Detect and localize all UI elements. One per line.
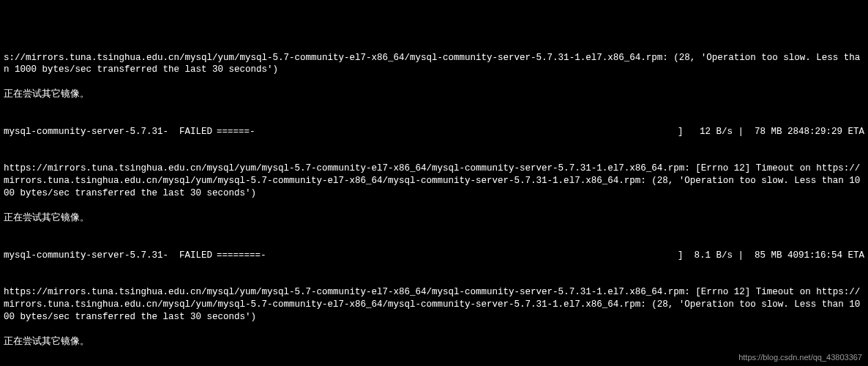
download-stats: ] 8.1 B/s | 85 MB 4091:16:54 ETA (678, 250, 864, 262)
failed-pkg-label: mysql-community-server-5.7.31- FAILED (4, 250, 212, 262)
retry-mirror-msg: 正在尝试其它镜像。 (4, 336, 864, 348)
download-stats: ] 12 B/s | 78 MB 2848:29:29 ETA (678, 126, 864, 138)
download-failed-row-1: mysql-community-server-5.7.31- FAILED ==… (4, 126, 864, 138)
watermark: https://blog.csdn.net/qq_43803367 (738, 352, 862, 363)
progress-bar: ======- (212, 126, 678, 138)
failed-pkg-label: mysql-community-server-5.7.31- FAILED (4, 126, 212, 138)
timeout-error-1: https://mirrors.tuna.tsinghua.edu.cn/mys… (4, 163, 864, 200)
progress-bar: ========- (212, 250, 678, 262)
timeout-error-2: https://mirrors.tuna.tsinghua.edu.cn/mys… (4, 286, 864, 324)
retry-mirror-msg: 正在尝试其它镜像。 (4, 212, 864, 225)
retry-mirror-msg: 正在尝试其它镜像。 (4, 89, 864, 101)
error-line: s://mirrors.tuna.tsinghua.edu.cn/mysql/y… (4, 52, 864, 77)
download-failed-row-2: mysql-community-server-5.7.31- FAILED ==… (4, 250, 864, 262)
